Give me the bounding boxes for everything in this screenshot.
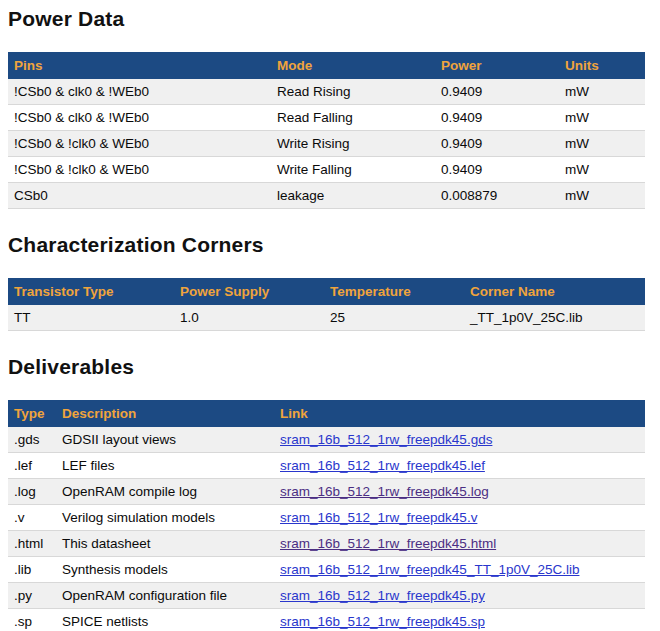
description-cell: GDSII layout views xyxy=(56,427,274,453)
table-row: .v Verilog simulation models sram_16b_51… xyxy=(8,505,645,531)
description-cell: This datasheet xyxy=(56,531,274,557)
column-header-corner-name: Corner Name xyxy=(464,278,645,305)
corner-name-cell: _TT_1p0V_25C.lib xyxy=(464,305,645,331)
mode-cell: Read Rising xyxy=(271,79,435,105)
characterization-corners-table: Transistor Type Power Supply Temperature… xyxy=(8,278,645,331)
units-cell: mW xyxy=(559,131,645,157)
column-header-units: Units xyxy=(559,52,645,79)
deliverable-link-v[interactable]: sram_16b_512_1rw_freepdk45.v xyxy=(280,510,477,525)
deliverables-table: Type Description Link .gds GDSII layout … xyxy=(8,400,645,631)
power-cell: 0.9409 xyxy=(435,131,559,157)
mode-cell: Write Falling xyxy=(271,157,435,183)
table-row: TT 1.0 25 _TT_1p0V_25C.lib xyxy=(8,305,645,331)
deliverable-link-lef[interactable]: sram_16b_512_1rw_freepdk45.lef xyxy=(280,458,485,473)
units-cell: mW xyxy=(559,79,645,105)
mode-cell: Write Rising xyxy=(271,131,435,157)
power-data-table: Pins Mode Power Units !CSb0 & clk0 & !WE… xyxy=(8,52,645,209)
description-cell: SPICE netlists xyxy=(56,609,274,631)
column-header-link: Link xyxy=(274,400,645,427)
table-row: .gds GDSII layout views sram_16b_512_1rw… xyxy=(8,427,645,453)
type-cell: .py xyxy=(8,583,56,609)
description-cell: Synthesis models xyxy=(56,557,274,583)
pins-cell: !CSb0 & !clk0 & WEb0 xyxy=(8,131,271,157)
deliverable-link-sp[interactable]: sram_16b_512_1rw_freepdk45.sp xyxy=(280,614,485,629)
type-cell: .gds xyxy=(8,427,56,453)
type-cell: .log xyxy=(8,479,56,505)
table-row: !CSb0 & clk0 & !WEb0 Read Rising 0.9409 … xyxy=(8,79,645,105)
table-row: .html This datasheet sram_16b_512_1rw_fr… xyxy=(8,531,645,557)
units-cell: mW xyxy=(559,157,645,183)
corners-header-row: Transistor Type Power Supply Temperature… xyxy=(8,278,645,305)
table-row: CSb0 leakage 0.008879 mW xyxy=(8,183,645,209)
pins-cell: !CSb0 & clk0 & !WEb0 xyxy=(8,105,271,131)
table-row: .py OpenRAM configuration file sram_16b_… xyxy=(8,583,645,609)
power-cell: 0.9409 xyxy=(435,157,559,183)
type-cell: .lib xyxy=(8,557,56,583)
link-cell: sram_16b_512_1rw_freepdk45.html xyxy=(274,531,645,557)
table-row: .lef LEF files sram_16b_512_1rw_freepdk4… xyxy=(8,453,645,479)
column-header-mode: Mode xyxy=(271,52,435,79)
type-cell: .html xyxy=(8,531,56,557)
power-data-header-row: Pins Mode Power Units xyxy=(8,52,645,79)
link-cell: sram_16b_512_1rw_freepdk45.sp xyxy=(274,609,645,631)
transistor-type-cell: TT xyxy=(8,305,174,331)
deliverable-link-gds[interactable]: sram_16b_512_1rw_freepdk45.gds xyxy=(280,432,492,447)
table-row: .log OpenRAM compile log sram_16b_512_1r… xyxy=(8,479,645,505)
type-cell: .sp xyxy=(8,609,56,631)
power-data-heading: Power Data xyxy=(8,7,652,31)
pins-cell: !CSb0 & clk0 & !WEb0 xyxy=(8,79,271,105)
link-cell: sram_16b_512_1rw_freepdk45.log xyxy=(274,479,645,505)
column-header-transistor-type: Transistor Type xyxy=(8,278,174,305)
table-row: !CSb0 & !clk0 & WEb0 Write Falling 0.940… xyxy=(8,157,645,183)
column-header-description: Description xyxy=(56,400,274,427)
link-cell: sram_16b_512_1rw_freepdk45.v xyxy=(274,505,645,531)
mode-cell: Read Falling xyxy=(271,105,435,131)
type-cell: .v xyxy=(8,505,56,531)
column-header-power: Power xyxy=(435,52,559,79)
units-cell: mW xyxy=(559,183,645,209)
description-cell: OpenRAM compile log xyxy=(56,479,274,505)
deliverable-link-lib[interactable]: sram_16b_512_1rw_freepdk45_TT_1p0V_25C.l… xyxy=(280,562,579,577)
column-header-pins: Pins xyxy=(8,52,271,79)
table-row: .sp SPICE netlists sram_16b_512_1rw_free… xyxy=(8,609,645,631)
description-cell: LEF files xyxy=(56,453,274,479)
power-cell: 0.9409 xyxy=(435,105,559,131)
link-cell: sram_16b_512_1rw_freepdk45_TT_1p0V_25C.l… xyxy=(274,557,645,583)
mode-cell: leakage xyxy=(271,183,435,209)
table-row: !CSb0 & clk0 & !WEb0 Read Falling 0.9409… xyxy=(8,105,645,131)
deliverable-link-log[interactable]: sram_16b_512_1rw_freepdk45.log xyxy=(280,484,489,499)
description-cell: OpenRAM configuration file xyxy=(56,583,274,609)
characterization-corners-heading: Characterization Corners xyxy=(8,233,652,257)
link-cell: sram_16b_512_1rw_freepdk45.gds xyxy=(274,427,645,453)
table-row: !CSb0 & !clk0 & WEb0 Write Rising 0.9409… xyxy=(8,131,645,157)
deliverable-link-py[interactable]: sram_16b_512_1rw_freepdk45.py xyxy=(280,588,485,603)
deliverables-heading: Deliverables xyxy=(8,355,652,379)
power-cell: 0.008879 xyxy=(435,183,559,209)
link-cell: sram_16b_512_1rw_freepdk45.py xyxy=(274,583,645,609)
deliverable-link-html[interactable]: sram_16b_512_1rw_freepdk45.html xyxy=(280,536,496,551)
pins-cell: !CSb0 & !clk0 & WEb0 xyxy=(8,157,271,183)
deliverables-header-row: Type Description Link xyxy=(8,400,645,427)
pins-cell: CSb0 xyxy=(8,183,271,209)
column-header-temperature: Temperature xyxy=(324,278,464,305)
description-cell: Verilog simulation models xyxy=(56,505,274,531)
column-header-power-supply: Power Supply xyxy=(174,278,324,305)
power-cell: 0.9409 xyxy=(435,79,559,105)
table-row: .lib Synthesis models sram_16b_512_1rw_f… xyxy=(8,557,645,583)
type-cell: .lef xyxy=(8,453,56,479)
link-cell: sram_16b_512_1rw_freepdk45.lef xyxy=(274,453,645,479)
temperature-cell: 25 xyxy=(324,305,464,331)
units-cell: mW xyxy=(559,105,645,131)
power-supply-cell: 1.0 xyxy=(174,305,324,331)
column-header-type: Type xyxy=(8,400,56,427)
